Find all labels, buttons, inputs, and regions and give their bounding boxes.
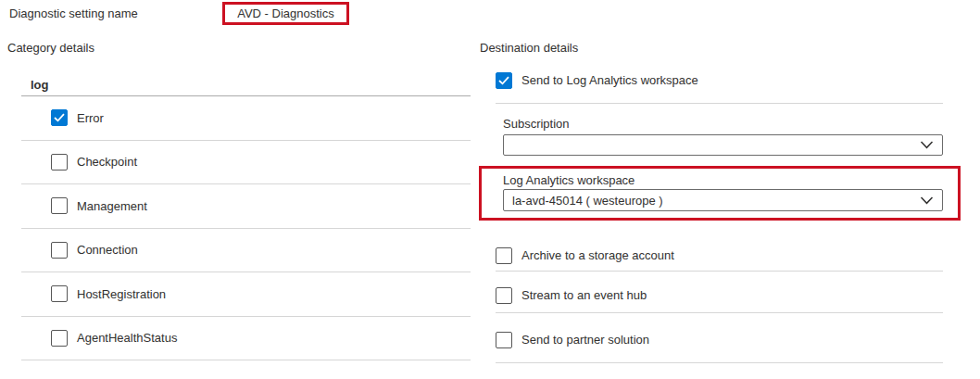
log-group-label: log [31, 78, 49, 92]
category-row-connection: Connection [21, 229, 471, 273]
checkmark-icon [54, 113, 65, 122]
error-checkbox[interactable] [51, 109, 68, 126]
send-to-law-checkbox[interactable] [496, 72, 512, 89]
partner-solution-row: Send to partner solution [496, 317, 943, 363]
category-row-checkpoint: Checkpoint [21, 141, 471, 185]
checkbox-label: Send to Log Analytics workspace [521, 73, 698, 87]
checkbox-label: Checkpoint [77, 155, 137, 169]
archive-storage-checkbox[interactable] [496, 247, 512, 264]
category-row-agenthealthstatus: AgentHealthStatus [21, 317, 471, 361]
archive-storage-row: Archive to a storage account [496, 240, 943, 272]
subscription-label: Subscription [503, 117, 570, 131]
diagnostic-setting-name-label: Diagnostic setting name [9, 6, 138, 20]
partner-solution-checkbox[interactable] [496, 332, 512, 348]
category-table: Error Checkpoint Management Connection H… [21, 95, 471, 360]
annotation-box-name: AVD - Diagnostics [222, 2, 349, 25]
checkmark-icon [498, 76, 509, 85]
checkbox-label: Send to partner solution [521, 333, 649, 347]
management-checkbox[interactable] [51, 197, 68, 214]
chevron-down-icon [920, 196, 934, 205]
log-analytics-workspace-select[interactable]: la-avd-45014 ( westeurope ) [503, 189, 943, 211]
chevron-down-icon [920, 141, 934, 149]
checkbox-label: Management [77, 199, 147, 213]
checkbox-label: Archive to a storage account [521, 248, 674, 262]
send-to-law-row: Send to Log Analytics workspace [496, 57, 943, 104]
event-hub-row: Stream to an event hub [496, 278, 943, 313]
category-row-management: Management [21, 184, 471, 229]
hostregistration-checkbox[interactable] [51, 285, 68, 302]
connection-checkbox[interactable] [51, 242, 68, 259]
subscription-select[interactable] [503, 134, 943, 156]
category-details-title: Category details [7, 41, 94, 55]
log-analytics-workspace-value: la-avd-45014 ( westeurope ) [512, 194, 663, 208]
checkbox-label: AgentHealthStatus [77, 331, 177, 345]
log-analytics-workspace-label: Log Analytics workspace [503, 173, 634, 187]
checkbox-label: Error [77, 111, 104, 125]
checkbox-label: Connection [77, 243, 138, 257]
diagnostic-setting-name-input[interactable]: AVD - Diagnostics [237, 6, 334, 20]
destination-details-title: Destination details [480, 41, 578, 55]
category-row-error: Error [21, 96, 471, 141]
checkbox-label: Stream to an event hub [521, 288, 647, 302]
category-row-hostregistration: HostRegistration [21, 272, 471, 317]
agenthealthstatus-checkbox[interactable] [51, 330, 68, 347]
checkpoint-checkbox[interactable] [51, 154, 68, 171]
event-hub-checkbox[interactable] [496, 287, 512, 304]
checkbox-label: HostRegistration [77, 287, 166, 301]
